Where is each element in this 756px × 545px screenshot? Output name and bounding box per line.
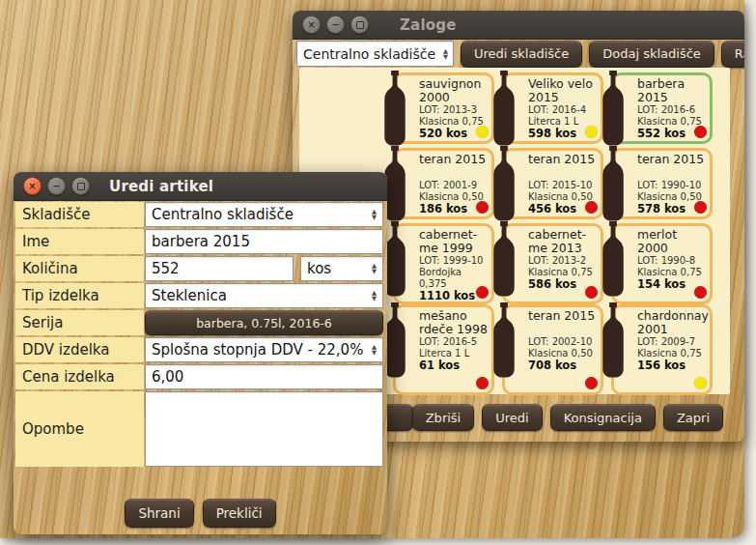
stock-item-card[interactable]: sauvignon 2000 LOT: 2013-3 Klasicna 0,75…	[393, 72, 494, 144]
wine-bottle-icon	[599, 302, 628, 378]
form-row-series: Serija barbera, 0.75l, 2016-6	[15, 310, 383, 335]
item-name: chardonnay 2001	[637, 309, 707, 336]
item-lot: LOT: 1990-10	[637, 180, 707, 191]
item-name: teran 2015	[528, 309, 598, 336]
wine-bottle-icon	[380, 71, 409, 146]
maximize-icon[interactable]	[71, 177, 90, 195]
clipped-button[interactable]	[386, 404, 413, 431]
window-title: Zaloge	[400, 16, 457, 34]
warehouse-select-value: Centralno skladišče	[303, 46, 435, 62]
item-name: merlot 2000	[637, 228, 707, 255]
stock-item-card[interactable]: mešano rdeče 1998 LOT: 2016-5 Literca 1 …	[393, 304, 494, 395]
arrange-warehouse-button[interactable]: Razporedi s	[721, 41, 744, 68]
edit-button[interactable]: Uredi	[482, 404, 542, 431]
stock-dot	[476, 377, 489, 389]
consignment-button[interactable]: Konsignacija	[550, 404, 656, 431]
stock-item-card[interactable]: chardonnay 2001 LOT: 2009-7 Klasicna 0,7…	[611, 304, 713, 395]
stock-dot	[476, 201, 489, 214]
price-input[interactable]: 6,00	[145, 364, 383, 389]
minimize-icon[interactable]: −	[326, 15, 345, 34]
vat-dropdown[interactable]: Splošna stopnja DDV - 22,0% ▲▼	[145, 337, 383, 362]
form-row-warehouse: Skladišče Centralno skladišče ▲▼	[15, 202, 383, 227]
save-button[interactable]: Shrani	[125, 499, 193, 528]
close-icon[interactable]: ×	[23, 177, 42, 195]
stock-item-card[interactable]: merlot 2000 LOT: 1990-8 Klasicna 0,75 15…	[611, 223, 713, 304]
stock-item-card[interactable]: Veliko velo 2015 LOT: 2016-4 Literca 1 L…	[502, 72, 603, 144]
form-row-notes: Opombe	[15, 391, 383, 467]
item-name: barbera 2015	[637, 77, 707, 104]
dialog-footer: Shrani Prekliči	[14, 499, 387, 528]
item-lot: LOT: 2016-6	[637, 104, 707, 116]
wine-bottle-icon	[599, 71, 628, 146]
item-name: sauvignon 2000	[419, 77, 489, 104]
warehouse-dropdown[interactable]: Centralno skladišče ▲▼	[145, 202, 383, 227]
stock-dot	[694, 286, 707, 299]
dialog-title: Uredi artikel	[109, 178, 213, 195]
item-quantity: 708 kos	[528, 359, 598, 372]
wine-bottle-icon	[490, 71, 518, 146]
minimize-icon[interactable]: −	[47, 177, 66, 195]
stock-dot	[694, 126, 707, 138]
stock-dot	[585, 201, 598, 214]
name-input[interactable]: barbera 2015	[145, 229, 383, 254]
unit-dropdown[interactable]: kos ▲▼	[300, 256, 383, 281]
field-label: DDV izdelka	[15, 337, 144, 362]
stock-item-card[interactable]: teran 2015 LOT: 2001-9 Klasicna 0,50 186…	[393, 148, 494, 219]
quantity-input[interactable]: 552	[145, 256, 294, 281]
stock-item-card[interactable]: teran 2015 LOT: 1990-10 Klasicna 0,50 57…	[611, 148, 713, 219]
zaloge-toolbar: Centralno skladišče ▲▼ Uredi skladišče D…	[293, 40, 744, 68]
stock-dot	[585, 377, 598, 389]
field-label: Serija	[15, 310, 144, 335]
item-lot: LOT: 2002-10	[528, 336, 598, 348]
stock-dot	[694, 377, 707, 389]
stock-dot	[476, 286, 489, 299]
stock-item-card[interactable]: teran 2015 LOT: 2002-10 Klasicna 0,50 70…	[502, 304, 603, 395]
stock-item-card[interactable]: barbera 2015 LOT: 2016-6 Klasicna 0,75 5…	[611, 72, 713, 144]
edit-article-form: Skladišče Centralno skladišče ▲▼ Ime bar…	[15, 200, 383, 467]
stock-dot	[585, 286, 598, 299]
item-name: cabernet-me 2013	[528, 228, 598, 255]
item-quantity: 156 kos	[637, 359, 707, 372]
stock-item-card[interactable]: cabernet-me 1999 LOT: 1999-10 Bordojka 0…	[393, 223, 494, 304]
cancel-button[interactable]: Prekliči	[203, 499, 276, 528]
maximize-icon[interactable]	[350, 15, 369, 34]
item-lot: LOT: 2016-4	[528, 104, 598, 116]
item-lot: LOT: 2013-3	[419, 104, 489, 116]
series-button[interactable]: barbera, 0.75l, 2016-6	[145, 310, 383, 335]
stock-item-card[interactable]: teran 2015 LOT: 2015-10 Klasicna 0,50 45…	[502, 148, 603, 219]
warehouse-select[interactable]: Centralno skladišče ▲▼	[296, 41, 454, 67]
field-label: Opombe	[15, 391, 144, 467]
close-icon[interactable]: ×	[302, 15, 321, 34]
spinner-arrows-icon: ▲▼	[367, 209, 377, 220]
wine-bottle-icon	[490, 302, 518, 378]
wine-bottle-icon	[490, 221, 518, 297]
item-quantity: 61 kos	[419, 359, 489, 372]
notes-textarea[interactable]	[145, 391, 383, 467]
item-name: teran 2015	[528, 153, 598, 180]
item-lot: LOT: 2009-7	[637, 336, 707, 348]
product-type-dropdown[interactable]: Steklenica ▲▼	[145, 283, 383, 308]
wine-bottle-icon	[599, 146, 628, 221]
item-lot: LOT: 1990-8	[637, 255, 707, 267]
wine-bottle-icon	[490, 146, 518, 221]
field-label: Ime	[15, 229, 144, 254]
delete-button[interactable]: Zbriši	[412, 404, 475, 431]
edit-article-dialog: × − Uredi artikel Skladišče Centralno sk…	[14, 172, 387, 534]
field-label: Količina	[15, 256, 144, 281]
edit-warehouse-button[interactable]: Uredi skladišče	[461, 41, 582, 68]
item-lot: LOT: 2016-5	[419, 336, 489, 348]
add-warehouse-button[interactable]: Dodaj skladišče	[589, 41, 714, 68]
spinner-arrows-icon: ▲▼	[438, 48, 448, 60]
close-button[interactable]: Zapri	[663, 404, 723, 431]
zaloge-footer: Zbriši Uredi Konsignacija Zapri	[412, 404, 723, 431]
zaloge-titlebar: × − Zaloge	[293, 11, 744, 40]
item-lot: LOT: 2015-10	[528, 180, 598, 191]
spinner-arrows-icon: ▲▼	[367, 344, 377, 356]
spinner-arrows-icon: ▲▼	[367, 263, 377, 274]
field-label: Tip izdelka	[15, 283, 144, 308]
item-lot: LOT: 1999-10	[419, 255, 489, 267]
form-row-quantity: Količina 552 kos ▲▼	[15, 256, 383, 281]
stock-item-card[interactable]: cabernet-me 2013 LOT: 2013-2 Klasicna 0,…	[502, 223, 603, 304]
stock-dot	[585, 126, 598, 138]
field-label: Cena izdelka	[15, 364, 144, 389]
